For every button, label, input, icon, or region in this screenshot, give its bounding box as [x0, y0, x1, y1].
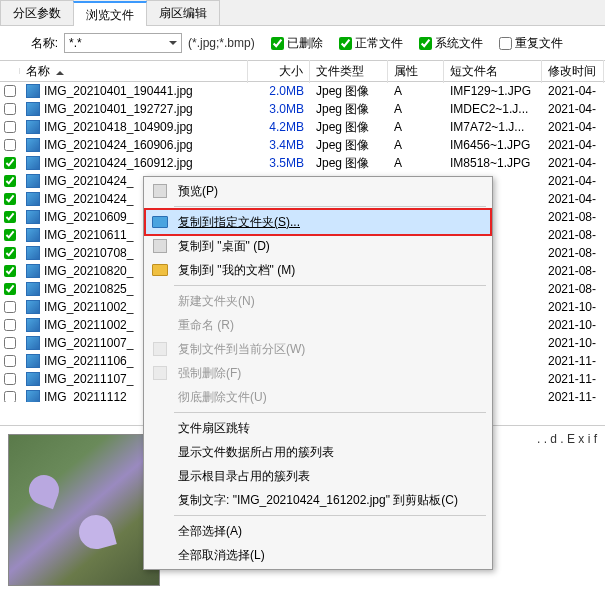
menu-show-clusters[interactable]: 显示文件数据所占用的簇列表 [146, 440, 490, 464]
file-type: Jpeg 图像 [310, 101, 388, 118]
file-icon [26, 264, 40, 278]
row-checkbox[interactable] [4, 85, 16, 97]
row-checkbox[interactable] [4, 283, 16, 295]
file-name: IMG_20210418_104909.jpg [44, 120, 193, 134]
grid-header: 名称 大小 文件类型 属性 短文件名 修改时间 [0, 60, 605, 82]
chk-duplicate-box[interactable] [499, 37, 512, 50]
ext-hint: (*.jpg;*.bmp) [188, 36, 255, 50]
file-name: IMG_20211002_ [44, 318, 133, 332]
file-mtime: 2021-11- [542, 390, 604, 402]
table-row[interactable]: IMG_20210418_104909.jpg4.2MBJpeg 图像AIM7A… [0, 118, 605, 136]
file-mtime: 2021-08- [542, 282, 604, 296]
menu-preview[interactable]: 预览(P) [146, 179, 490, 203]
menu-copy-to-folder[interactable]: 复制到指定文件夹(S)... [146, 210, 490, 234]
file-name: IMG_20211002_ [44, 300, 133, 314]
file-mtime: 2021-04- [542, 192, 604, 206]
file-size: 3.0MB [248, 102, 310, 116]
row-checkbox[interactable] [4, 247, 16, 259]
row-checkbox[interactable] [4, 337, 16, 349]
col-attr[interactable]: 属性 [388, 60, 444, 83]
file-name: IMG_20210424_ [44, 192, 133, 206]
col-checkbox[interactable] [0, 68, 20, 74]
file-size: 3.4MB [248, 138, 310, 152]
row-checkbox[interactable] [4, 301, 16, 313]
row-checkbox[interactable] [4, 193, 16, 205]
table-row[interactable]: IMG_20210424_160906.jpg3.4MBJpeg 图像AIM64… [0, 136, 605, 154]
menu-copy-desktop[interactable]: 复制到 "桌面" (D) [146, 234, 490, 258]
file-icon [26, 354, 40, 368]
row-checkbox[interactable] [4, 103, 16, 115]
file-mtime: 2021-11- [542, 372, 604, 386]
file-name: IMG_20210820_ [44, 264, 133, 278]
menu-force-delete: 强制删除(F) [146, 361, 490, 385]
file-icon [26, 228, 40, 242]
file-mtime: 2021-04- [542, 156, 604, 170]
table-row[interactable]: IMG_20210401_190441.jpg2.0MBJpeg 图像AIMF1… [0, 82, 605, 100]
file-name: IMG_20210424_160912.jpg [44, 156, 193, 170]
file-shortname: IMF129~1.JPG [444, 84, 542, 98]
row-checkbox[interactable] [4, 121, 16, 133]
file-icon [26, 102, 40, 116]
file-mtime: 2021-04- [542, 84, 604, 98]
chk-normal[interactable]: 正常文件 [339, 35, 403, 52]
row-checkbox[interactable] [4, 175, 16, 187]
file-icon [26, 372, 40, 386]
file-type: Jpeg 图像 [310, 119, 388, 136]
file-icon [26, 300, 40, 314]
row-checkbox[interactable] [4, 211, 16, 223]
tab-sector[interactable]: 扇区编辑 [146, 0, 220, 25]
tab-bar: 分区参数 浏览文件 扇区编辑 [0, 0, 605, 26]
col-name[interactable]: 名称 [20, 60, 248, 83]
chk-duplicate[interactable]: 重复文件 [499, 35, 563, 52]
name-pattern-input[interactable]: *.* [64, 33, 182, 53]
file-mtime: 2021-04- [542, 138, 604, 152]
file-name: IMG_20211007_ [44, 336, 133, 350]
file-mtime: 2021-10- [542, 336, 604, 350]
menu-rename: 重命名 (R) [146, 313, 490, 337]
file-attr: A [388, 84, 444, 98]
hex-ascii: . . d . E x i f [537, 432, 597, 446]
col-type[interactable]: 文件类型 [310, 60, 388, 83]
file-icon [26, 174, 40, 188]
row-checkbox[interactable] [4, 157, 16, 169]
table-row[interactable]: IMG_20210424_160912.jpg3.5MBJpeg 图像AIM85… [0, 154, 605, 172]
col-short[interactable]: 短文件名 [444, 60, 542, 83]
menu-select-all[interactable]: 全部选择(A) [146, 519, 490, 543]
col-size[interactable]: 大小 [248, 60, 310, 83]
menu-new-folder: 新建文件夹(N) [146, 289, 490, 313]
file-icon [26, 390, 40, 402]
menu-sector-jump[interactable]: 文件扇区跳转 [146, 416, 490, 440]
file-name: IMG_20210401_190441.jpg [44, 84, 193, 98]
file-shortname: IM7A72~1.J... [444, 120, 542, 134]
menu-separator [174, 412, 486, 413]
menu-separator [174, 515, 486, 516]
menu-show-root-clusters[interactable]: 显示根目录占用的簇列表 [146, 464, 490, 488]
row-checkbox[interactable] [4, 319, 16, 331]
filter-bar: 名称: *.* (*.jpg;*.bmp) 已删除 正常文件 系统文件 重复文件 [0, 26, 605, 60]
folder-icon [152, 216, 168, 228]
row-checkbox[interactable] [4, 355, 16, 367]
file-icon [26, 210, 40, 224]
file-mtime: 2021-11- [542, 354, 604, 368]
menu-deselect-all[interactable]: 全部取消选择(L) [146, 543, 490, 567]
row-checkbox[interactable] [4, 373, 16, 385]
row-checkbox[interactable] [4, 139, 16, 151]
chk-deleted-box[interactable] [271, 37, 284, 50]
col-mtime[interactable]: 修改时间 [542, 60, 604, 83]
chk-normal-box[interactable] [339, 37, 352, 50]
table-row[interactable]: IMG_20210401_192727.jpg3.0MBJpeg 图像AIMDE… [0, 100, 605, 118]
menu-copy-text[interactable]: 复制文字: "IMG_20210424_161202.jpg" 到剪贴板(C) [146, 488, 490, 512]
chk-deleted[interactable]: 已删除 [271, 35, 323, 52]
tab-browse[interactable]: 浏览文件 [73, 1, 147, 26]
tab-partition[interactable]: 分区参数 [0, 0, 74, 25]
menu-copy-mydocs[interactable]: 复制到 "我的文档" (M) [146, 258, 490, 282]
row-checkbox[interactable] [4, 229, 16, 241]
chk-system-box[interactable] [419, 37, 432, 50]
chk-system[interactable]: 系统文件 [419, 35, 483, 52]
file-icon [26, 120, 40, 134]
row-checkbox[interactable] [4, 391, 16, 402]
file-name: IMG_20210708_ [44, 246, 133, 260]
menu-separator [174, 285, 486, 286]
file-name: IMG_20210825_ [44, 282, 133, 296]
row-checkbox[interactable] [4, 265, 16, 277]
